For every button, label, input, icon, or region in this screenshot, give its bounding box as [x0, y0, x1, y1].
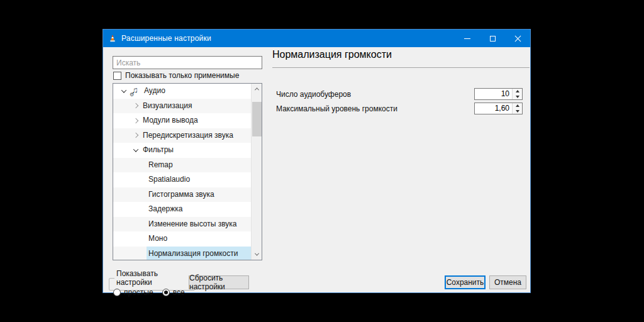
arrow-up-icon — [516, 104, 519, 107]
close-icon — [514, 35, 521, 42]
tree-item-label: Моно — [147, 231, 251, 247]
arrow-down-icon — [516, 110, 519, 113]
number-spinbox[interactable]: 1,60 — [474, 103, 523, 114]
radio-icon[interactable] — [162, 289, 170, 296]
tree-item[interactable]: Модули вывода — [113, 113, 251, 128]
radio-option[interactable]: простые — [113, 288, 153, 297]
spin-up-button[interactable] — [513, 103, 522, 109]
tree-item[interactable]: Изменение высоты звука — [113, 217, 251, 232]
spin-down-button[interactable] — [513, 94, 522, 100]
tree-item-label: Визуализация — [141, 99, 251, 114]
page-title: Нормализация громкости — [272, 49, 392, 60]
scrollbar-thumb[interactable] — [252, 102, 262, 136]
tree-item-label: Фильтры — [141, 143, 251, 158]
tree-item-label: Нормализация громкости — [147, 247, 251, 261]
chevron-icon[interactable] — [130, 143, 141, 158]
setting-row: Максимальный уровень громкости 1,60 — [276, 103, 523, 114]
tree-item-label: Spatialaudio — [147, 172, 251, 187]
tree-rows: ♫⚙ Аудио Визуализация Модули вывода Пере… — [113, 84, 251, 260]
radio-option[interactable]: все — [162, 288, 185, 297]
tree-item[interactable]: Гистограмма звука — [113, 187, 251, 203]
advanced-preferences-window: Расширенные настройки Показывать только … — [103, 29, 531, 293]
chevron-icon[interactable] — [130, 99, 141, 114]
number-spinbox[interactable]: 10 — [474, 88, 523, 100]
spin-buttons — [512, 103, 522, 114]
settings-fields: Число аудиобуферов 10 Максимальный урове… — [276, 88, 523, 117]
search-input[interactable] — [113, 56, 262, 69]
tree-item-label: Аудио — [142, 84, 251, 99]
radio-label: простые — [124, 288, 153, 297]
reset-settings-button[interactable]: Сбросить настройки — [189, 275, 249, 289]
setting-row: Число аудиобуферов 10 — [276, 88, 523, 100]
minimize-button[interactable] — [455, 30, 480, 47]
scroll-down-icon[interactable] — [252, 249, 262, 260]
close-button[interactable] — [505, 30, 530, 47]
tree-item[interactable]: Моно — [113, 231, 251, 247]
spin-down-button[interactable] — [513, 109, 522, 114]
tree-item-label: Remap — [147, 158, 251, 173]
tree-item-label: Передискретизация звука — [141, 128, 251, 143]
tree-item[interactable]: Spatialaudio — [113, 172, 251, 187]
tree-item-label: Задержка — [147, 202, 251, 217]
setting-label: Число аудиобуферов — [276, 90, 474, 99]
tree-item-label: Гистограмма звука — [147, 187, 251, 203]
spinbox-value[interactable]: 1,60 — [475, 103, 512, 114]
spin-buttons — [512, 89, 522, 99]
tree-item[interactable]: Задержка — [113, 202, 251, 217]
title-divider — [272, 67, 530, 68]
minimize-icon — [464, 38, 470, 39]
save-button[interactable]: Сохранить — [445, 275, 486, 289]
chevron-icon[interactable] — [130, 113, 141, 128]
vlc-cone-icon — [108, 34, 117, 43]
radio-label: все — [173, 288, 185, 297]
tree-item[interactable]: Remap — [113, 158, 251, 173]
scroll-up-icon[interactable] — [252, 84, 262, 94]
titlebar[interactable]: Расширенные настройки — [103, 30, 530, 47]
tree-item-label: Модули вывода — [141, 113, 251, 128]
tree-item[interactable]: Передискретизация звука — [113, 128, 251, 143]
show-settings-options: простые все — [113, 288, 191, 297]
show-settings-legend: Показывать настройки — [114, 269, 191, 287]
radio-icon[interactable] — [113, 289, 121, 296]
tree-scrollbar[interactable] — [251, 84, 262, 260]
cancel-button[interactable]: Отмена — [489, 275, 526, 289]
tree-item-label: Изменение высоты звука — [147, 217, 251, 232]
show-only-applicable-checkbox[interactable]: Показывать только применимые — [113, 71, 239, 80]
tree-item[interactable]: Фильтры — [113, 143, 251, 158]
chevron-icon[interactable] — [118, 84, 129, 99]
audio-icon: ♫⚙ — [129, 86, 142, 96]
checkbox-icon[interactable] — [113, 72, 121, 80]
spin-up-button[interactable] — [513, 89, 522, 94]
tree-item[interactable]: Визуализация — [113, 99, 251, 114]
chevron-icon[interactable] — [130, 128, 141, 143]
checkbox-label: Показывать только применимые — [125, 71, 239, 80]
maximize-icon — [490, 36, 496, 42]
preferences-tree: ♫⚙ Аудио Визуализация Модули вывода Пере… — [113, 83, 262, 260]
setting-label: Максимальный уровень громкости — [276, 104, 474, 113]
spinbox-value[interactable]: 10 — [475, 89, 512, 99]
tree-item[interactable]: Нормализация громкости — [113, 247, 251, 261]
arrow-down-icon — [516, 96, 519, 98]
arrow-up-icon — [516, 90, 519, 92]
show-settings-group: Показывать настройки простые все — [109, 269, 195, 291]
window-title: Расширенные настройки — [121, 34, 211, 43]
maximize-button[interactable] — [480, 30, 505, 47]
tree-item[interactable]: ♫⚙ Аудио — [113, 84, 251, 99]
